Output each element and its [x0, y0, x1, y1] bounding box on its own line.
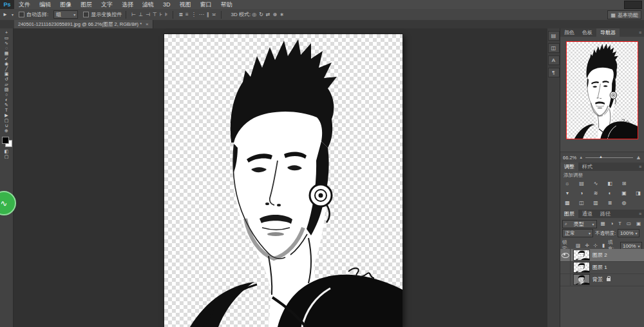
auto-select-checkbox[interactable]: 自动选择:: [19, 11, 48, 18]
foreground-color-swatch[interactable]: [2, 137, 9, 144]
3d-pan-icon[interactable]: ⇄: [265, 10, 272, 19]
properties-panel-icon[interactable]: ◫: [548, 43, 560, 53]
visibility-toggle[interactable]: [560, 261, 571, 273]
filter-shape-layers-icon[interactable]: ▭: [625, 219, 632, 228]
menu-help[interactable]: 帮助: [216, 0, 237, 9]
clone-stamp-tool[interactable]: ▣: [0, 72, 13, 77]
menu-3d[interactable]: 3D: [158, 0, 175, 9]
zoom-out-icon[interactable]: ▲: [579, 155, 583, 159]
menu-filter[interactable]: 滤镜: [138, 0, 158, 9]
zoom-in-icon[interactable]: ▲: [636, 154, 641, 161]
pen-tool[interactable]: ✎: [0, 103, 13, 108]
brush-tool[interactable]: ╱: [0, 66, 13, 72]
panel-menu-icon[interactable]: ≡: [636, 163, 644, 171]
tab-adjustments[interactable]: 调整: [560, 163, 578, 171]
menu-file[interactable]: 文件: [14, 0, 35, 9]
menu-edit[interactable]: 编辑: [35, 0, 55, 9]
threshold-icon[interactable]: ▥: [591, 199, 600, 206]
move-tool[interactable]: +: [0, 30, 13, 35]
align-left-icon[interactable]: ⊢: [130, 10, 137, 19]
menu-image[interactable]: 图像: [55, 0, 76, 9]
window-controls[interactable]: [624, 1, 642, 9]
distribute-right-icon[interactable]: ≍: [211, 10, 218, 19]
canvas-area[interactable]: [14, 28, 547, 327]
visibility-toggle[interactable]: [560, 249, 571, 261]
tab-layers[interactable]: 图层: [560, 210, 578, 218]
distribute-center-icon[interactable]: ∥: [205, 10, 211, 19]
curves-icon[interactable]: ∿: [591, 180, 600, 187]
crop-tool[interactable]: ▦: [0, 51, 13, 56]
posterize-icon[interactable]: ◫: [577, 199, 586, 206]
layer-name[interactable]: 背景: [592, 276, 603, 283]
layer-row-2[interactable]: 图层 2: [560, 249, 644, 262]
menu-layer[interactable]: 图层: [76, 0, 97, 9]
slider-thumb[interactable]: ▲: [599, 155, 603, 159]
history-brush-tool[interactable]: ↺: [0, 77, 13, 82]
healing-brush-tool[interactable]: ◉: [0, 61, 13, 66]
layer-thumbnail[interactable]: [573, 274, 590, 285]
auto-select-target-dropdown[interactable]: 组 ▾: [53, 10, 78, 19]
3d-roll-icon[interactable]: ↻: [258, 10, 265, 19]
tab-paths[interactable]: 路径: [596, 210, 614, 218]
blur-tool[interactable]: ○: [0, 92, 13, 97]
opacity-dropdown[interactable]: 100% ▾: [618, 229, 639, 237]
current-tool-icon[interactable]: ► ▾: [3, 12, 14, 17]
navigator-preview[interactable]: [566, 41, 638, 139]
path-selection-tool[interactable]: ▶: [0, 113, 13, 118]
photo-filter-icon[interactable]: ◐: [605, 190, 614, 197]
channel-mixer-icon[interactable]: ▣: [620, 190, 629, 197]
distribute-middle-icon[interactable]: ≡: [184, 10, 190, 19]
selective-color-icon[interactable]: ◍: [620, 199, 629, 206]
layer-row-background[interactable]: 背景: [560, 273, 644, 286]
hue-saturation-icon[interactable]: ▾: [563, 190, 572, 197]
layer-row-1[interactable]: 图层 1: [560, 261, 644, 274]
distribute-top-icon[interactable]: ≣: [177, 10, 184, 19]
visibility-toggle[interactable]: [560, 273, 571, 286]
document-canvas[interactable]: [164, 34, 402, 327]
shape-tool[interactable]: ▢: [0, 118, 13, 123]
3d-slide-icon[interactable]: ⊕: [272, 10, 279, 19]
align-middle-icon[interactable]: ⊦: [158, 10, 164, 19]
black-white-icon[interactable]: ≋: [591, 190, 600, 197]
invert-icon[interactable]: ▩: [563, 199, 572, 206]
type-tool[interactable]: T: [0, 108, 13, 113]
layer-filter-dropdown[interactable]: ⌕ 类型 ▾: [562, 220, 597, 228]
screen-mode-icon[interactable]: ▢: [0, 154, 13, 159]
exposure-icon[interactable]: ◧: [605, 180, 614, 187]
color-balance-icon[interactable]: ◑: [577, 190, 586, 197]
layer-thumbnail[interactable]: [573, 250, 590, 261]
gradient-map-icon[interactable]: ≣: [605, 199, 614, 206]
layer-thumbnail[interactable]: [573, 262, 590, 273]
align-top-icon[interactable]: ⊤: [151, 10, 158, 19]
eyedropper-tool[interactable]: ↙: [0, 56, 13, 61]
filter-adjustment-layers-icon[interactable]: ◑: [609, 219, 615, 228]
close-icon[interactable]: ×: [146, 21, 149, 27]
brightness-contrast-icon[interactable]: ☼: [563, 180, 572, 187]
zoom-tool[interactable]: ⊕: [0, 128, 13, 134]
tab-swatches[interactable]: 色板: [578, 28, 596, 37]
show-transform-checkbox[interactable]: 显示变换控件: [83, 11, 122, 18]
filter-pixel-layers-icon[interactable]: ▦: [600, 219, 607, 228]
distribute-left-icon[interactable]: ⋯: [198, 10, 205, 19]
blend-mode-dropdown[interactable]: 正常 ▾: [562, 229, 593, 237]
lasso-tool[interactable]: ∿: [0, 41, 13, 46]
filter-type-layers-icon[interactable]: T: [617, 219, 623, 228]
align-right-icon[interactable]: ⊣: [144, 10, 151, 19]
zoom-readout[interactable]: 66.2%: [563, 155, 576, 161]
paragraph-panel-icon[interactable]: ¶: [548, 68, 560, 77]
marquee-tool[interactable]: ▭: [0, 35, 13, 41]
layer-name[interactable]: 图层 2: [592, 252, 607, 259]
vibrance-icon[interactable]: ⊞: [620, 180, 629, 187]
menu-window[interactable]: 窗口: [196, 0, 216, 9]
3d-scale-icon[interactable]: ∗: [278, 10, 285, 19]
tab-navigator[interactable]: 导航器: [596, 28, 620, 37]
tab-channels[interactable]: 通道: [578, 210, 596, 218]
distribute-bottom-icon[interactable]: ⋮: [190, 10, 198, 19]
menu-select[interactable]: 选择: [117, 0, 138, 9]
levels-icon[interactable]: ▤: [577, 180, 586, 187]
quick-selection-tool[interactable]: ◌: [0, 46, 13, 51]
tab-color[interactable]: 颜色: [560, 28, 578, 37]
quick-mask-icon[interactable]: ◧: [0, 149, 13, 154]
color-lookup-icon[interactable]: ◨: [634, 190, 643, 197]
workspace-switcher[interactable]: ▦ 基本功能: [607, 10, 641, 19]
